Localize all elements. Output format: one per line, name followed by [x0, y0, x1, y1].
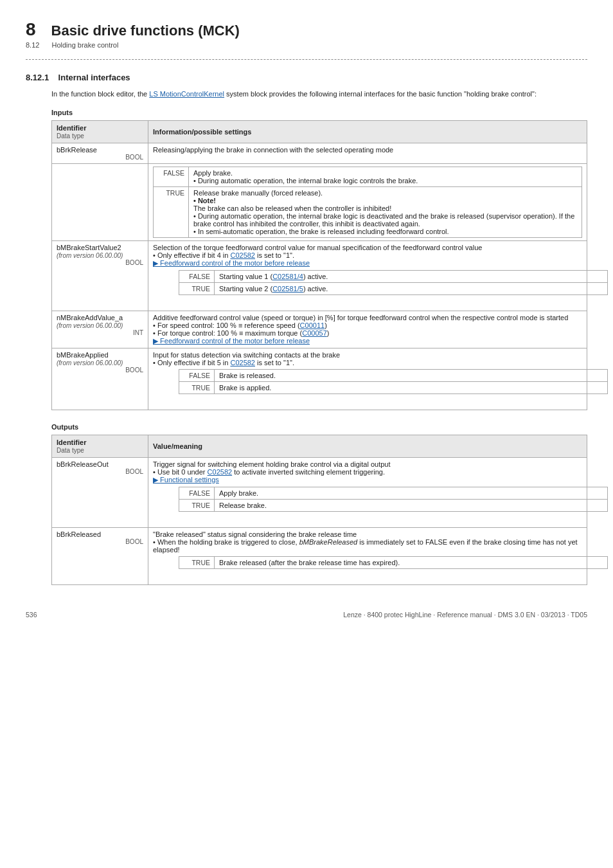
c02581-4-link[interactable]: C02581/4 [272, 273, 303, 280]
c02582-link-2[interactable]: C02582 [230, 359, 255, 366]
true-label: TRUE [154, 186, 189, 237]
true-label-released: TRUE [179, 556, 215, 568]
true-desc-brake-applied: Brake is applied. [215, 381, 608, 393]
table-row: bBrkRelease BOOL Releasing/applying the … [52, 143, 587, 163]
inputs-header-info: Information/possible settings [148, 120, 587, 143]
section-title: Holding brake control [51, 41, 118, 49]
true-desc-release: Release brake manually (forced release).… [189, 186, 582, 237]
publication-info: Lenze · 8400 protec HighLine · Reference… [343, 611, 587, 619]
chapter-number: 8 [26, 19, 36, 40]
footer: 536 Lenze · 8400 protec HighLine · Refer… [26, 611, 587, 619]
info-bMBrakeStartValue2-main: Selection of the torque feedforward cont… [148, 240, 587, 311]
info-bBrkReleased-main: "Brake released" status signal consideri… [148, 527, 587, 584]
identifier-bBrkReleased: bBrkReleased BOOL [52, 527, 148, 584]
intro-text-2: system block provides the following inte… [224, 90, 537, 98]
c02582-link-1[interactable]: C02582 [230, 251, 255, 259]
bullet-auto-brake: During automatic operation, the internal… [193, 177, 418, 185]
outputs-table: IdentifierData type Value/meaning bBrkRe… [51, 435, 587, 585]
c02581-5-link[interactable]: C02581/5 [272, 285, 303, 293]
bullet-torque-ctrl: For torque control: 100 % ≡ maximum torq… [153, 329, 329, 337]
info-bBrkRelease-main: Releasing/applying the brake in connecti… [148, 143, 587, 163]
feedforward-link-1[interactable]: Feedforward control of the motor before … [153, 259, 310, 267]
false-label-2: FALSE [179, 270, 215, 282]
true-label-out: TRUE [179, 499, 215, 511]
empty-cell [52, 163, 148, 240]
section-number: 8.12 [26, 41, 39, 49]
identifier-bBrkRelease: bBrkRelease BOOL [52, 143, 148, 163]
chapter-header: 8 Basic drive functions (MCK) [26, 19, 587, 40]
identifier-bBrkReleaseOut: bBrkReleaseOut BOOL [52, 457, 148, 527]
true-desc-release-brake: Release brake. [215, 499, 608, 511]
false-desc-brake-released: Brake is released. [215, 369, 608, 381]
false-desc-sv1: Starting value 1 (C02581/4) active. [215, 270, 608, 282]
info-bMBrakeApplied-main: Input for status detection via switching… [148, 348, 587, 410]
chapter-title: Basic drive functions (MCK) [51, 23, 240, 39]
bullet-bit4: Only effective if bit 4 in C02582 is set… [153, 251, 294, 259]
bullet-bit5: Only effective if bit 5 in C02582 is set… [153, 359, 294, 366]
outputs-header-value: Value/meaning [148, 435, 587, 457]
table-row: bMBrakeApplied (from version 06.00.00) B… [52, 348, 587, 410]
false-label: FALSE [154, 167, 189, 186]
info-bBrkReleaseOut-main: Trigger signal for switching element hol… [148, 457, 587, 527]
page-divider [26, 59, 587, 60]
outputs-section: Outputs IdentifierData type Value/meanin… [26, 423, 587, 585]
table-row: FALSE Apply brake. During automatic oper… [52, 163, 587, 240]
identifier-bMBrakeStartValue2: bMBrakeStartValue2 (from version 06.00.0… [52, 240, 148, 311]
subsection-title: 8.12.1 Internal interfaces [26, 73, 587, 82]
identifier-bMBrakeApplied: bMBrakeApplied (from version 06.00.00) B… [52, 348, 148, 410]
bullet-speed-ctrl: For speed control: 100 % ≡ reference spe… [153, 321, 327, 329]
functional-settings-link[interactable]: Functional settings [153, 476, 219, 484]
table-row: bBrkReleased BOOL "Brake released" statu… [52, 527, 587, 584]
table-row: bBrkReleaseOut BOOL Trigger signal for s… [52, 457, 587, 527]
true-label-2: TRUE [179, 282, 215, 294]
bullet-bit0: Use bit 0 under C02582 to activate inver… [153, 468, 385, 476]
c00011-link[interactable]: C00011 [300, 321, 325, 329]
subsection-heading: Internal interfaces [58, 73, 130, 82]
subsection-number: 8.12.1 [26, 73, 49, 82]
true-desc-released: Brake released (after the brake release … [215, 556, 608, 568]
info-nMBrakeAddValue-main: Additive feedforward control value (spee… [148, 311, 587, 348]
page-number: 536 [26, 611, 37, 619]
table-row: nMBrakeAddValue_a (from version 06.00.00… [52, 311, 587, 348]
bullet-bMBrakeReleased: When the holding brake is triggered to c… [153, 538, 578, 554]
true-desc-sv2: Starting value 2 (C02581/5) active. [215, 282, 608, 294]
identifier-nMBrakeAddValue: nMBrakeAddValue_a (from version 06.00.00… [52, 311, 148, 348]
c00057-link[interactable]: C00057 [302, 329, 327, 337]
section-line: 8.12 Holding brake control [26, 41, 587, 49]
intro-text-1: In the function block editor, the [51, 90, 149, 98]
feedforward-link-2[interactable]: Feedforward control of the motor before … [153, 337, 310, 345]
inputs-label: Inputs [51, 109, 587, 116]
outputs-header-identifier: IdentifierData type [52, 435, 148, 457]
inputs-header-identifier: IdentifierData type [52, 120, 148, 143]
outputs-label: Outputs [51, 423, 587, 431]
false-desc-apply-brake: Apply brake. [215, 487, 608, 499]
ls-motion-control-kernel-link[interactable]: LS MotionControlKernel [149, 90, 224, 98]
false-desc-apply: Apply brake. During automatic operation,… [189, 167, 582, 186]
intro-text: In the function block editor, the LS Mot… [51, 89, 587, 100]
c02582-link-3[interactable]: C02582 [208, 468, 233, 476]
table-row: bMBrakeStartValue2 (from version 06.00.0… [52, 240, 587, 311]
false-label-out: FALSE [179, 487, 215, 499]
true-label-3: TRUE [179, 381, 215, 393]
inputs-table: IdentifierData type Information/possible… [51, 120, 587, 410]
false-label-3: FALSE [179, 369, 215, 381]
info-bBrkRelease-false: FALSE Apply brake. During automatic oper… [148, 163, 587, 240]
